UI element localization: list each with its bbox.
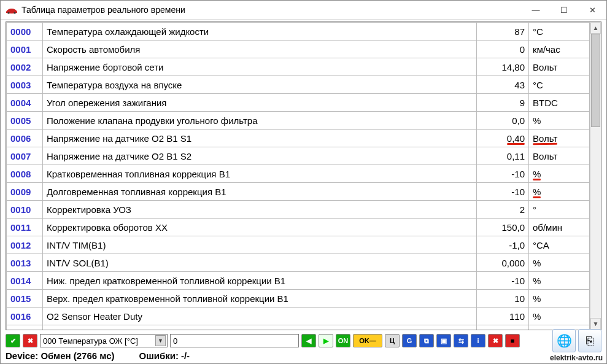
param-value: 0,000 <box>477 254 529 272</box>
param-name: Верх. предел кратковременной топливной к… <box>43 290 477 308</box>
params-table: 0000Температура охлаждающей жидкости87°C… <box>6 22 590 330</box>
param-name: Напряжение на датчике O2 B1 S1 <box>43 130 477 147</box>
param-unit: % <box>529 183 590 201</box>
reject-all-button[interactable]: ✖ <box>23 334 37 347</box>
table-row[interactable]: 0007Напряжение на датчике O2 B1 S20,11Во… <box>7 147 590 165</box>
table-row[interactable]: 0004Угол опережения зажигания9BTDC <box>7 94 590 112</box>
param-value: -10 <box>477 165 529 183</box>
status-line: Device: Обмен (2766 мс) Ошибки: -/- <box>6 349 601 362</box>
refresh-button[interactable]: Ц <box>385 334 400 347</box>
param-code: 0017 <box>7 325 43 330</box>
titlebar: Таблица параметров реального времени — ☐… <box>1 1 606 20</box>
param-unit: % <box>529 290 590 308</box>
param-value: 150,0 <box>477 219 529 236</box>
g-button[interactable]: G <box>402 334 417 347</box>
vertical-scrollbar[interactable]: ▲ ▼ <box>590 22 601 330</box>
bottom-toolbar: ✔ ✖ 000 Температура ОЖ [°C] ▼ 0 ◀ ▶ ON O… <box>6 333 601 363</box>
param-value: 0,0 <box>477 112 529 130</box>
scroll-down-button[interactable]: ▼ <box>590 318 601 330</box>
param-unit: Вольт <box>529 147 590 165</box>
scroll-track[interactable] <box>590 34 601 318</box>
param-value: 0,40 <box>477 130 529 147</box>
table-row[interactable]: 0011Корректировка оборотов XX150,0об/мин <box>7 219 590 236</box>
param-code: 0011 <box>7 219 43 236</box>
table-row[interactable]: 0001Скорость автомобиля0км/час <box>7 41 590 58</box>
table-row[interactable]: 0002Напряжение бортовой сети14,80Вольт <box>7 58 590 76</box>
scroll-thumb[interactable] <box>591 34 600 127</box>
param-code: 0013 <box>7 254 43 272</box>
param-code: 0001 <box>7 41 43 58</box>
param-value: 26 <box>477 325 529 330</box>
param-value: 110 <box>477 308 529 325</box>
errors-value: -/- <box>181 350 190 361</box>
param-value: 10 <box>477 290 529 308</box>
table-row[interactable]: 0016O2 Sensor Heater Duty110% <box>7 308 590 325</box>
globe-icon[interactable]: 🌐 <box>552 329 576 352</box>
stop-button[interactable]: ■ <box>505 334 520 347</box>
copy-button[interactable]: ⧉ <box>419 334 434 347</box>
parameter-combo[interactable]: 000 Температура ОЖ [°C] ▼ <box>40 334 168 347</box>
param-name: Ниж. предел кратковременной топливной ко… <box>43 272 477 290</box>
prev-button[interactable]: ◀ <box>301 334 316 347</box>
param-value: 0 <box>477 41 529 58</box>
table-row[interactable]: 0008Кратковременная топливная коррекция … <box>7 165 590 183</box>
param-code: 0016 <box>7 308 43 325</box>
param-code: 0005 <box>7 112 43 130</box>
param-name: Температура воздуха на впуске <box>43 76 477 94</box>
param-code: 0003 <box>7 76 43 94</box>
param-name: Скорость автомобиля <box>43 41 477 58</box>
table-row[interactable]: 0009Долговременная топливная коррекция B… <box>7 183 590 201</box>
param-unit: Вольт <box>529 58 590 76</box>
table-row[interactable]: 0000Температура охлаждающей жидкости87°C <box>7 23 590 41</box>
table-row[interactable]: 0003Температура воздуха на впуске43°C <box>7 76 590 94</box>
toolbar-row: ✔ ✖ 000 Температура ОЖ [°C] ▼ 0 ◀ ▶ ON O… <box>6 333 601 349</box>
param-name: Напряжение на датчике O2 B1 S2 <box>43 147 477 165</box>
param-value: -1,0 <box>477 236 529 254</box>
param-unit: км/час <box>529 41 590 58</box>
param-unit: °CA <box>529 236 590 254</box>
param-unit: % <box>529 112 590 130</box>
param-value: 0,11 <box>477 147 529 165</box>
param-unit: % <box>529 165 590 183</box>
param-code: 0006 <box>7 130 43 147</box>
param-code: 0009 <box>7 183 43 201</box>
param-unit: % <box>529 272 590 290</box>
next-button[interactable]: ▶ <box>319 334 333 347</box>
param-code: 0000 <box>7 23 43 41</box>
param-code: 0010 <box>7 201 43 219</box>
param-name: INT/V SOL(B1) <box>43 254 477 272</box>
table-row[interactable]: 0014Ниж. предел кратковременной топливно… <box>7 272 590 290</box>
view-on-button[interactable]: ON <box>336 334 350 347</box>
param-name: Кратковременная топливная коррекция B1 <box>43 165 477 183</box>
tag-button[interactable]: ▣ <box>436 334 451 347</box>
minimize-button[interactable]: — <box>522 1 550 19</box>
window-buttons: — ☐ ✕ <box>522 1 606 19</box>
ok-button[interactable]: OK— <box>353 334 382 347</box>
delete-button[interactable]: ✖ <box>488 334 503 347</box>
param-code: 0007 <box>7 147 43 165</box>
maximize-button[interactable]: ☐ <box>550 1 578 19</box>
param-code: 0002 <box>7 58 43 76</box>
table-row[interactable]: 0013INT/V SOL(B1)0,000% <box>7 254 590 272</box>
param-name: - <box>43 325 477 330</box>
value-input[interactable]: 0 <box>170 334 299 347</box>
table-row[interactable]: 0012INT/V TIM(B1)-1,0°CA <box>7 236 590 254</box>
param-name: INT/V TIM(B1) <box>43 236 477 254</box>
param-code: 0012 <box>7 236 43 254</box>
param-value: 87 <box>477 23 529 41</box>
table-row[interactable]: 0006Напряжение на датчике O2 B1 S10,40Во… <box>7 130 590 147</box>
close-button[interactable]: ✕ <box>578 1 606 19</box>
exit-icon[interactable]: ⎘ <box>578 329 601 352</box>
window: Таблица параметров реального времени — ☐… <box>0 0 607 364</box>
link-button[interactable]: ⇆ <box>454 334 468 347</box>
svg-point-0 <box>7 12 9 14</box>
scroll-up-button[interactable]: ▲ <box>590 22 601 34</box>
table-row[interactable]: 0017-26- <box>7 325 590 330</box>
param-name: Долговременная топливная коррекция B1 <box>43 183 477 201</box>
confirm-all-button[interactable]: ✔ <box>6 334 20 347</box>
table-row[interactable]: 0010Корректировка УОЗ2° <box>7 201 590 219</box>
param-value: 14,80 <box>477 58 529 76</box>
table-row[interactable]: 0005Положение клапана продувки угольного… <box>7 112 590 130</box>
info-button[interactable]: i <box>471 334 485 347</box>
table-row[interactable]: 0015Верх. предел кратковременной топливн… <box>7 290 590 308</box>
